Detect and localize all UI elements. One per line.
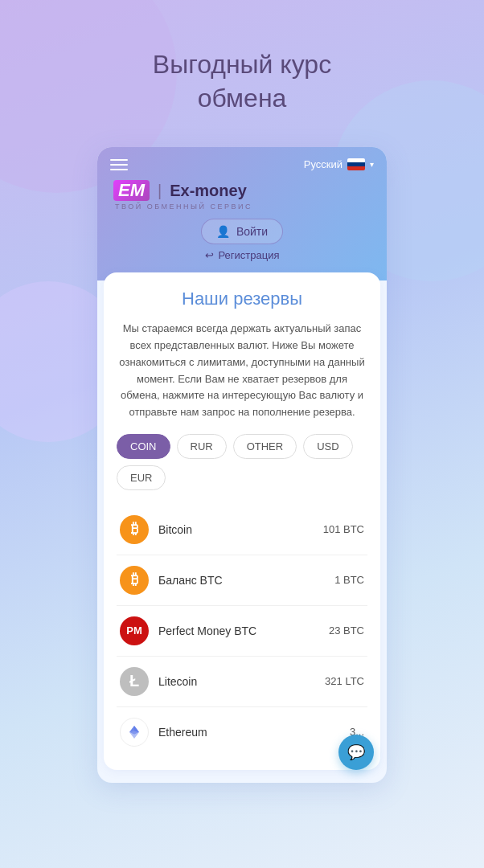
language-selector[interactable]: Русский ▾ xyxy=(304,158,374,170)
content-area: Наши резервы Мы стараемся всегда держать… xyxy=(104,272,380,770)
login-button[interactable]: 👤 Войти xyxy=(201,219,283,244)
page-wrapper: Выгодный курс обмена Русский xyxy=(0,0,484,868)
filter-tab-rur[interactable]: RUR xyxy=(177,434,227,459)
list-item[interactable]: PM Perfect Money BTC 23 BTC xyxy=(117,606,367,657)
chat-fab-button[interactable]: 💬 xyxy=(338,735,374,770)
hamburger-line-2 xyxy=(110,164,128,166)
chat-icon: 💬 xyxy=(347,743,365,761)
brand-divider: | xyxy=(158,182,162,200)
lang-label: Русский xyxy=(304,158,342,170)
register-link[interactable]: ↩ Регистрация xyxy=(110,249,374,261)
phone-header: Русский ▾ EM | Ex-money ТВОЙ ОБМЕННЫЙ СЕ… xyxy=(97,147,387,280)
register-label: Регистрация xyxy=(219,249,280,261)
brand-name-text: Ex-money xyxy=(170,182,247,200)
balance-btc-amount: 1 BTC xyxy=(334,574,364,586)
litecoin-icon: Ł xyxy=(120,667,149,696)
flag-stripe-red xyxy=(347,166,365,170)
ethereum-name: Ethereum xyxy=(158,726,340,739)
section-description: Мы стараемся всегда держать актуальный з… xyxy=(117,321,367,421)
balance-btc-icon: ₿ xyxy=(120,566,149,595)
filter-tab-coin[interactable]: COIN xyxy=(117,434,170,459)
hero-title-line2: обмена xyxy=(198,84,287,113)
user-icon: 👤 xyxy=(216,225,230,238)
balance-btc-name: Баланс BTC xyxy=(158,574,325,587)
filter-tabs: COIN RUR OTHER USD EUR xyxy=(117,434,367,490)
filter-tab-usd[interactable]: USD xyxy=(303,434,352,459)
list-item[interactable]: ₿ Баланс BTC 1 BTC xyxy=(117,555,367,606)
list-item[interactable]: Ł Litecoin 321 LTC xyxy=(117,657,367,707)
litecoin-name: Litecoin xyxy=(158,675,315,688)
litecoin-amount: 321 LTC xyxy=(325,675,364,687)
filter-tab-other[interactable]: OTHER xyxy=(233,434,297,459)
hamburger-line-3 xyxy=(110,169,128,170)
bitcoin-name: Bitcoin xyxy=(158,523,314,536)
header-top: Русский ▾ xyxy=(110,158,374,170)
filter-tab-eur[interactable]: EUR xyxy=(117,465,166,490)
perfect-money-amount: 23 BTC xyxy=(329,624,364,637)
section-title: Наши резервы xyxy=(117,289,367,309)
hero-title: Выгодный курс обмена xyxy=(153,48,331,115)
russia-flag xyxy=(347,158,365,170)
perfect-money-name: Perfect Money BTC xyxy=(158,624,319,637)
login-button-label: Войти xyxy=(236,225,268,238)
em-logo-badge: EM xyxy=(113,180,150,201)
currency-list: ₿ Bitcoin 101 BTC ₿ Баланс BTC 1 BTC PM … xyxy=(117,505,367,757)
brand-logo: EM | Ex-money xyxy=(113,180,247,201)
ethereum-icon xyxy=(120,718,149,747)
brand-area: EM | Ex-money ТВОЙ ОБМЕННЫЙ СЕРВИС xyxy=(113,180,374,211)
list-item[interactable]: ₿ Bitcoin 101 BTC xyxy=(117,505,367,555)
perfect-money-icon: PM xyxy=(120,616,149,645)
bitcoin-icon: ₿ xyxy=(120,515,149,544)
hero-title-line1: Выгодный курс xyxy=(153,50,331,79)
chevron-down-icon: ▾ xyxy=(370,160,374,169)
list-item[interactable]: Ethereum 3... xyxy=(117,707,367,757)
bitcoin-amount: 101 BTC xyxy=(323,523,364,535)
hamburger-menu[interactable] xyxy=(110,159,128,170)
register-icon: ↩ xyxy=(205,249,214,261)
hamburger-line-1 xyxy=(110,159,128,161)
phone-card: Русский ▾ EM | Ex-money ТВОЙ ОБМЕННЫЙ СЕ… xyxy=(97,147,387,783)
brand-tagline: ТВОЙ ОБМЕННЫЙ СЕРВИС xyxy=(115,203,252,211)
